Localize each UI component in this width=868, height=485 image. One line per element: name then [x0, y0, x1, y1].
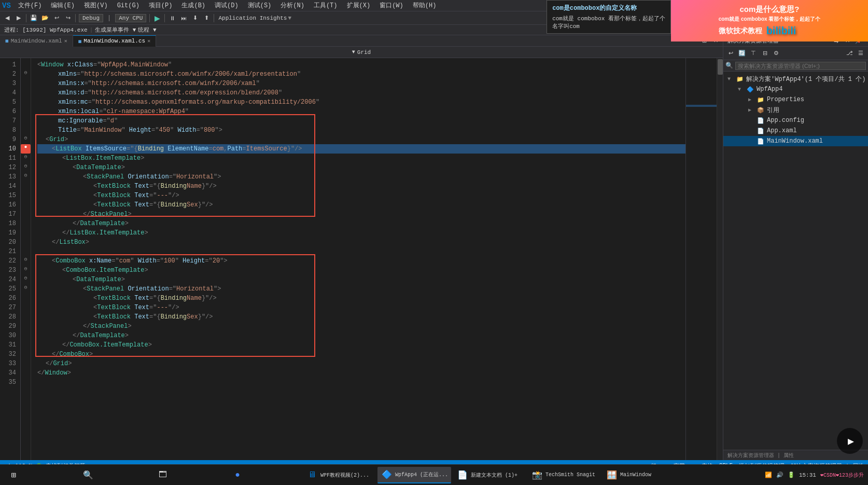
tree-item-project[interactable]: ▼ 🔷 WpfApp4 [723, 84, 868, 94]
toolbar-open[interactable]: 📂 [40, 13, 50, 23]
taskbar-sound-icon: 🔊 [776, 472, 783, 478]
toolbar-step-out[interactable]: ⬆ [201, 13, 212, 23]
code-line-18: </DataTemplate> [37, 219, 685, 228]
tab-icon-cs: ◼ [78, 38, 82, 45]
appconfig-label: App.config [767, 117, 804, 124]
code-line-13: <StackPanel Orientation="Horizontal"> [37, 172, 685, 182]
scroll-bar[interactable] [717, 58, 723, 460]
menu-view[interactable]: 视图(V) [80, 0, 112, 11]
menu-extensions[interactable]: 扩展(X) [343, 0, 375, 11]
toolbar-undo[interactable]: ↩ [51, 13, 62, 23]
toolbar-sep-5 [214, 14, 214, 22]
properties-label: Properties [767, 96, 804, 103]
taskbar-chrome[interactable]: ● [228, 467, 301, 483]
toolbar-step-over[interactable]: ⏭ [178, 13, 189, 23]
debug-mode-selector[interactable]: Debug [79, 14, 103, 22]
se-tool-filter[interactable]: ⊤ [748, 48, 759, 59]
menu-window[interactable]: 窗口(W) [375, 0, 408, 11]
toolbar-forward[interactable]: ▶ [13, 13, 24, 23]
se-tool-properties[interactable]: ⚙ [771, 48, 781, 59]
tree-item-solution[interactable]: ▼ 📁 解决方案'WpfApp4'(1 个项目/共 1 个) [723, 74, 868, 84]
platform-selector[interactable]: Any CPU [115, 14, 146, 22]
bilibili-tech-label: 微软技术教程 [719, 26, 762, 36]
tree-item-appconfig[interactable]: ▶ 📄 App.config [723, 115, 868, 126]
code-lines[interactable]: <Window x:Class="WpfApp4.MainWindow" xml… [31, 58, 685, 460]
mainwindow-icon: 📄 [757, 137, 765, 145]
taskbar-notepad-icon: 📄 [457, 470, 468, 480]
toolbar-back[interactable]: ◀ [2, 13, 12, 23]
app-insights-label: Application Insights [218, 15, 287, 21]
tab-mainwindow-xaml[interactable]: ◼ MainWindow.xaml ✕ [0, 35, 73, 47]
references-expand: ▶ [748, 107, 754, 113]
taskbar-wpf-tutorial[interactable]: 🖥 WPF教程视频(2)... [303, 467, 375, 483]
code-line-29: </StackPanel> [37, 322, 685, 331]
taskbar-mainwindow-icon: 🪟 [607, 470, 617, 480]
taskbar: ⊞ 🔍 🗔 ● 🖥 WPF教程视频(2)... 🔷 WpfApp4 (正在运..… [0, 464, 868, 485]
tooltip-title: com是combobox的自定义名称 [552, 4, 665, 12]
taskbar-network-icon: 📶 [765, 472, 772, 478]
se-settings[interactable]: ☰ [856, 48, 866, 59]
code-line-17: </StackPanel> [37, 210, 685, 219]
code-editor[interactable]: 12345 6789 10 1112131415 1617181920 2122… [0, 58, 723, 460]
combobox-tooltip: com是combobox的自定义名称 com就是 combobox 看那个标签，… [547, 0, 671, 34]
menu-file[interactable]: 文件(F) [14, 0, 46, 11]
code-line-32: </ComboBox> [37, 350, 685, 359]
tab-close-mainwindow-xaml[interactable]: ✕ [64, 38, 67, 44]
code-line-7: mc:Ignorable="d" [37, 116, 685, 126]
code-line-34: </Window> [37, 368, 685, 378]
code-line-28: <TextBlock Text="{Binding Sex}"/> [37, 312, 685, 322]
run-button[interactable]: ▶ [152, 13, 162, 23]
menu-help[interactable]: 帮助(H) [409, 0, 441, 11]
menu-project[interactable]: 项目(P) [145, 0, 177, 11]
menu-analyze[interactable]: 分析(N) [276, 0, 309, 11]
se-tool-2[interactable]: 🔄 [737, 48, 747, 59]
se-git-changes[interactable]: ⎇ [844, 48, 855, 59]
menu-edit[interactable]: 编辑(E) [47, 0, 79, 11]
se-tool-collapse[interactable]: ⊟ [760, 48, 770, 59]
toolbar-sep-3 [149, 14, 150, 22]
line-numbers: 12345 6789 10 1112131415 1617181920 2122… [0, 58, 21, 460]
code-line-9: <Grid> [37, 135, 685, 144]
taskbar-time: 15:31 [799, 472, 816, 478]
taskbar-search[interactable]: 🔍 [79, 467, 151, 483]
code-line-3: xmlns:x="http://schemas.microsoft.com/wi… [37, 79, 685, 88]
se-tool-1[interactable]: ↩ [725, 48, 736, 59]
breadcrumb-process: 进程: [13992] WpfApp4.exe [4, 26, 88, 34]
taskbar-wpf-icon: 🖥 [307, 470, 317, 480]
taskbar-windows-icon: ⊞ [8, 470, 19, 480]
footer-label: 解决方案资源管理器 | 属性 [727, 452, 794, 459]
toolbar-step-in[interactable]: ⬇ [190, 13, 200, 23]
tree-item-properties[interactable]: ▶ 📁 Properties [723, 94, 868, 105]
code-line-2: xmlns="http://schemas.microsoft.com/winf… [37, 70, 685, 79]
tree-item-references[interactable]: ▶ 📦 引用 [723, 105, 868, 115]
taskbar-vs[interactable]: 🔷 WpfApp4 (正在运... [377, 467, 451, 483]
toolbar-breakpoints[interactable]: ⏸ [167, 13, 177, 23]
play-button-overlay[interactable] [837, 428, 863, 454]
bilibili-brand: bilibili [766, 25, 796, 37]
taskbar-clock: 15:31 [799, 472, 816, 478]
tab-mainwindow-cs[interactable]: ◼ MainWindow.xaml.cs ✕ [73, 35, 156, 47]
taskbar-mainwindow[interactable]: 🪟 MainWindow [603, 467, 675, 483]
menu-tools[interactable]: 工具(T) [310, 0, 342, 11]
menu-debug[interactable]: 调试(D) [211, 0, 243, 11]
toolbar-redo[interactable]: ↪ [63, 13, 73, 23]
taskbar-mainwindow-label: MainWindow [620, 472, 651, 478]
scroll-icon: ▼ [352, 49, 355, 55]
taskbar-windows[interactable]: ⊞ [4, 467, 77, 483]
references-icon: 📦 [757, 106, 765, 114]
toolbar-save[interactable]: 💾 [29, 13, 39, 23]
taskbar-taskview[interactable]: 🗔 [153, 467, 226, 483]
menu-git[interactable]: Git(G) [113, 1, 144, 10]
solution-explorer-search-input[interactable] [735, 62, 866, 70]
project-icon: 🔷 [746, 85, 754, 93]
code-line-14: <TextBlock Text="{Binding Name}"/> [37, 182, 685, 191]
menu-build[interactable]: 生成(B) [177, 0, 209, 11]
menu-test[interactable]: 测试(S) [244, 0, 276, 11]
taskbar-snagit[interactable]: 📸 TechSmith Snagit [528, 467, 600, 483]
properties-icon: 📁 [757, 95, 765, 104]
tab-close-mainwindow-cs[interactable]: ✕ [147, 38, 150, 44]
toolbar-sep-1 [26, 14, 26, 22]
taskbar-notepad[interactable]: 📄 新建文本文档 (1)+ [453, 467, 526, 483]
tree-item-appxaml[interactable]: ▶ 📄 App.xaml [723, 126, 868, 136]
tree-item-mainwindow[interactable]: ▶ 📄 MainWindow.xaml [723, 136, 868, 146]
